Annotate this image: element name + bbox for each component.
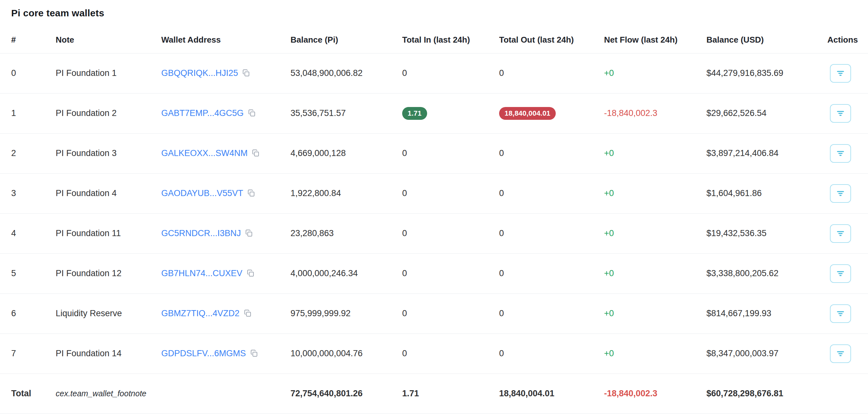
copy-icon[interactable] — [248, 109, 256, 117]
row-note: PI Foundation 1 — [56, 53, 161, 93]
total-address-empty — [161, 373, 290, 413]
row-index: 7 — [0, 334, 56, 373]
row-total-in: 0 — [402, 253, 499, 293]
row-net-flow: +0 — [604, 148, 614, 158]
row-balance-pi: 1,922,800.84 — [290, 173, 402, 213]
table-row: 7PI Foundation 14GDPDSLFV...6MGMS10,000,… — [0, 334, 868, 373]
row-index: 1 — [0, 93, 56, 133]
row-balance-pi: 53,048,900,006.82 — [290, 53, 402, 93]
row-balance-usd: $44,279,916,835.69 — [707, 53, 827, 93]
row-actions-button[interactable] — [830, 64, 851, 83]
total-in-value: 0 — [402, 309, 407, 318]
row-actions-button[interactable] — [830, 304, 851, 323]
wallet-address-link[interactable]: GC5RNDCR...I3BNJ — [161, 228, 241, 238]
total-label: Total — [0, 373, 56, 413]
row-actions-button[interactable] — [830, 104, 851, 123]
filter-icon — [835, 348, 846, 359]
table-footer: Total cex.team_wallet_footnote 72,754,64… — [0, 373, 868, 413]
total-out-value: 0 — [499, 228, 504, 238]
row-total-in: 0 — [402, 173, 499, 213]
row-total-in: 0 — [402, 133, 499, 173]
col-header-total-in: Total In (last 24h) — [402, 27, 499, 53]
wallet-address-link[interactable]: GABT7EMP...4GC5G — [161, 108, 244, 118]
total-in-value: 0 — [402, 68, 407, 78]
table-row: 3PI Foundation 4GAODAYUB...V55VT1,922,80… — [0, 173, 868, 213]
copy-icon[interactable] — [251, 149, 260, 157]
row-total-out: 0 — [499, 173, 604, 213]
table-row: 0PI Foundation 1GBQQRIQK...HJI2553,048,9… — [0, 53, 868, 93]
col-header-net-flow: Net Flow (last 24h) — [604, 27, 707, 53]
row-note: PI Foundation 11 — [56, 213, 161, 253]
total-in-value: 0 — [402, 348, 407, 358]
total-footnote: cex.team_wallet_footnote — [56, 389, 147, 398]
col-header-balance-usd: Balance (USD) — [707, 27, 827, 53]
filter-icon — [835, 148, 846, 159]
row-actions-button[interactable] — [830, 224, 851, 243]
row-balance-usd: $19,432,536.35 — [707, 213, 827, 253]
filter-icon — [835, 188, 846, 199]
total-balance-pi: 72,754,640,801.26 — [290, 373, 402, 413]
total-row: Total cex.team_wallet_footnote 72,754,64… — [0, 373, 868, 413]
row-total-in: 0 — [402, 334, 499, 373]
total-in-value: 0 — [402, 269, 407, 278]
total-actions-empty — [827, 373, 868, 413]
row-net-flow: +0 — [604, 188, 614, 198]
col-header-address: Wallet Address — [161, 27, 290, 53]
filter-icon — [835, 269, 846, 279]
wallet-address-link[interactable]: GAODAYUB...V55VT — [161, 188, 243, 198]
row-net-flow: +0 — [604, 309, 614, 318]
row-balance-pi: 35,536,751.57 — [290, 93, 402, 133]
wallet-address-link[interactable]: GALKEOXX...SW4NM — [161, 148, 248, 158]
total-net-flow: -18,840,002.3 — [604, 389, 657, 398]
wallet-address-link[interactable]: GBQQRIQK...HJI25 — [161, 68, 238, 78]
total-in-value: 0 — [402, 148, 407, 158]
copy-icon[interactable] — [242, 69, 250, 77]
row-balance-usd: $3,338,800,205.62 — [707, 253, 827, 293]
row-net-flow: +0 — [604, 68, 614, 78]
filter-icon — [835, 108, 846, 118]
row-balance-usd: $29,662,526.54 — [707, 93, 827, 133]
table-row: 2PI Foundation 3GALKEOXX...SW4NM4,669,00… — [0, 133, 868, 173]
row-total-out: 0 — [499, 334, 604, 373]
total-out-value: 0 — [499, 348, 504, 358]
wallet-address-link[interactable]: GBMZ7TIQ...4VZD2 — [161, 309, 240, 318]
total-out-value: 0 — [499, 188, 504, 198]
filter-icon — [835, 68, 846, 79]
row-balance-usd: $3,897,214,406.84 — [707, 133, 827, 173]
row-actions-button[interactable] — [830, 144, 851, 163]
row-total-in: 1.71 — [402, 93, 499, 133]
total-in-value: 0 — [402, 188, 407, 198]
row-net-flow: +0 — [604, 228, 614, 238]
filter-icon — [835, 228, 846, 239]
row-note: PI Foundation 14 — [56, 334, 161, 373]
wallet-address-link[interactable]: GDPDSLFV...6MGMS — [161, 348, 246, 358]
col-header-actions: Actions — [827, 27, 868, 53]
table-body: 0PI Foundation 1GBQQRIQK...HJI2553,048,9… — [0, 53, 868, 373]
total-balance-usd: $60,728,298,676.81 — [707, 373, 827, 413]
copy-icon[interactable] — [244, 309, 252, 317]
row-actions-button[interactable] — [830, 184, 851, 203]
row-note: PI Foundation 12 — [56, 253, 161, 293]
row-actions-button[interactable] — [830, 264, 851, 283]
row-note: Liquidity Reserve — [56, 293, 161, 334]
row-total-out: 0 — [499, 253, 604, 293]
copy-icon[interactable] — [247, 189, 255, 197]
row-balance-pi: 975,999,999.92 — [290, 293, 402, 334]
copy-icon[interactable] — [250, 349, 258, 358]
table-row: 4PI Foundation 11GC5RNDCR...I3BNJ23,280,… — [0, 213, 868, 253]
col-header-balance-pi: Balance (Pi) — [290, 27, 402, 53]
row-total-in: 0 — [402, 293, 499, 334]
table-row: 1PI Foundation 2GABT7EMP...4GC5G35,536,7… — [0, 93, 868, 133]
row-actions-button[interactable] — [830, 344, 851, 363]
copy-icon[interactable] — [245, 229, 253, 237]
total-out-value: 0 — [499, 269, 504, 278]
row-total-out: 18,840,004.01 — [499, 93, 604, 133]
copy-icon[interactable] — [246, 269, 255, 277]
wallet-address-link[interactable]: GB7HLN74...CUXEV — [161, 269, 243, 278]
row-index: 0 — [0, 53, 56, 93]
row-balance-usd: $814,667,199.93 — [707, 293, 827, 334]
total-total-out: 18,840,004.01 — [499, 373, 604, 413]
row-total-in: 0 — [402, 53, 499, 93]
row-index: 5 — [0, 253, 56, 293]
filter-icon — [835, 309, 846, 319]
